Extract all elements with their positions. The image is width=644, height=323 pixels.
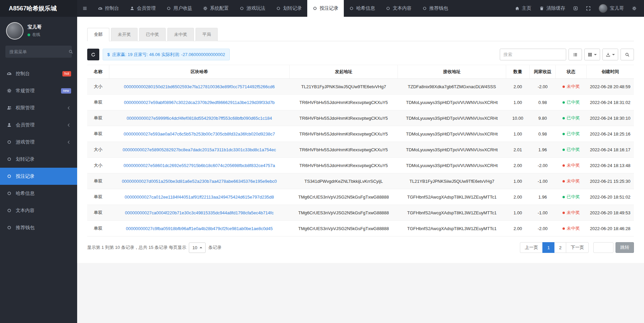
block-hash-link[interactable]: 00000000027e58601dc2692e5527915b6b18c607…: [123, 163, 275, 168]
search-button[interactable]: [621, 49, 634, 60]
status-badge: 未中奖: [562, 84, 580, 90]
sidebar-item-transfer-records[interactable]: 划转记录: [0, 151, 77, 168]
col-status[interactable]: 状态: [556, 65, 586, 79]
sidebar-item-permission-management[interactable]: 权限管理: [0, 99, 77, 116]
block-hash-link[interactable]: 00000000027c9fba05918bfb96aff1e0a4b28b47…: [126, 226, 273, 231]
sidebar-item-bet-records[interactable]: 投注记录: [0, 168, 77, 185]
dashboard-icon: [98, 6, 103, 11]
sidebar-item-member-management[interactable]: 会员管理: [0, 116, 77, 133]
profit-cell: -2.00: [530, 79, 556, 95]
block-hash-link[interactable]: 00000000027e5999f6c4dcf4fef0818d5542920b…: [126, 116, 272, 121]
tab-lost[interactable]: 未中奖: [167, 28, 194, 41]
tab-won[interactable]: 已中奖: [139, 28, 166, 41]
translate-button[interactable]: [569, 0, 582, 17]
page-button-1[interactable]: 1: [542, 242, 554, 253]
settings-button[interactable]: [628, 0, 641, 17]
block-hash-link[interactable]: 00000000027ca012ee1184f44051af91ff22113a…: [124, 195, 274, 200]
col-player-profit[interactable]: 闲家收益: [530, 65, 556, 79]
user-icon: [6, 122, 12, 127]
block-hash-link[interactable]: 00000000027e58905282927bc8ea7dadc2015a73…: [122, 147, 276, 152]
topnav-item-game-play[interactable]: 游戏玩法: [234, 0, 271, 17]
clear-cache-button[interactable]: 清除缓存: [535, 0, 569, 17]
topnav-item-text-content[interactable]: 文本内容: [380, 0, 417, 17]
block-hash-link[interactable]: 00000000027ca0004f220b71e30c3c49815335dc…: [125, 210, 274, 215]
col-created-time[interactable]: 创建时间: [586, 65, 634, 79]
amount-cell: 2.00: [506, 189, 530, 205]
topnav-item-system-config[interactable]: 系统配置: [198, 0, 234, 17]
from-address-cell: TR6HVFbHv5SJdoHnmKtRexsvptwgCKXuY5: [289, 95, 398, 110]
to-address-cell: TGFHbnfS2AwcgXAdspT8KL3W1ZEuyMTTc1: [398, 205, 506, 221]
to-address-cell: TZDFa8nix98Xdka7gb6TZMGxnacDLW4SSS: [398, 79, 506, 95]
sidebar-user-status: 在线: [28, 32, 42, 38]
next-page-button[interactable]: 下一页: [566, 242, 589, 253]
user-menu[interactable]: 宝儿哥: [595, 0, 628, 17]
new-badge: new: [61, 88, 71, 94]
circle-icon: [386, 6, 390, 11]
col-name[interactable]: 名称: [87, 65, 109, 79]
created-time-cell: 2022-06-28 20:48:59: [586, 79, 634, 95]
topnav-item-recommend-wallet[interactable]: 推荐钱包: [417, 0, 453, 17]
col-from-address[interactable]: 发起地址: [289, 65, 398, 79]
status-badge: 未中奖: [562, 210, 580, 216]
tab-all[interactable]: 全部: [87, 28, 109, 41]
menu-search-input[interactable]: [9, 49, 68, 54]
caret-down-icon: [612, 54, 615, 55]
sidebar-item-text-content[interactable]: 文本内容: [0, 202, 77, 219]
col-to-address[interactable]: 接收地址: [398, 65, 506, 79]
block-hash-link[interactable]: 000000000280150d21bd6502593e7fa127810036…: [124, 84, 275, 89]
bet-type-cell: 单双: [87, 173, 109, 189]
sidebar-item-console[interactable]: 控制台 hot: [0, 65, 77, 82]
toggle-view-button[interactable]: [569, 49, 582, 60]
col-amount[interactable]: 数量: [506, 65, 530, 79]
to-address-cell: TDMoLyuuwys3SpHtDTpoVVUWNVUsvXCRHt: [398, 142, 506, 158]
topnav-item-console[interactable]: 控制台: [93, 0, 124, 17]
topnav-item-hash-info[interactable]: 哈希信息: [344, 0, 380, 17]
topnav-item-members[interactable]: 会员管理: [124, 0, 161, 17]
block-hash-link[interactable]: 00000000027e59abf08967c3022dca2370b29edf…: [124, 100, 274, 105]
chevron-left-icon: [66, 123, 71, 127]
tab-draw[interactable]: 平局: [196, 28, 218, 41]
topnav-item-bet-records[interactable]: 投注记录: [307, 0, 344, 17]
topbar-right: 主页 清除缓存 宝儿哥: [511, 0, 644, 17]
topnav-item-transfer-records[interactable]: 划转记录: [271, 0, 307, 17]
sidebar-toggle-button[interactable]: [77, 0, 93, 17]
topnav-label: 哈希信息: [356, 5, 375, 11]
fullscreen-button[interactable]: [582, 0, 595, 17]
created-time-cell: 2022-06-21 15:25:30: [586, 173, 634, 189]
sidebar-item-game-management[interactable]: 游戏管理: [0, 133, 77, 151]
table-row: 大小 00000000027e58905282927bc8ea7dadc2015…: [87, 142, 634, 158]
bet-type-cell: 单双: [87, 221, 109, 236]
gear-icon: [632, 6, 637, 11]
block-hash-cell: 00000000027ca012ee1184f44051af91ff22113a…: [109, 189, 289, 205]
tab-not-drawn[interactable]: 未开奖: [111, 28, 138, 41]
export-button[interactable]: [602, 49, 618, 60]
jump-button[interactable]: 跳转: [615, 242, 634, 253]
table-row: 单双 00000000027e5999f6c4dcf4fef0818d55429…: [87, 110, 634, 126]
brand-logo[interactable]: A8567哈希娱乐城: [0, 0, 77, 17]
page-size-dropdown[interactable]: 10: [189, 243, 206, 253]
jump-page-input[interactable]: [593, 242, 613, 253]
sidebar-item-recommend-wallet[interactable]: 推荐钱包: [0, 219, 77, 236]
block-hash-link[interactable]: 00000000027e593ae0a047c6c5b57b253b00c730…: [124, 131, 275, 137]
block-hash-cell: 00000000027e58601dc2692e5527915b6b18c607…: [109, 158, 289, 173]
sidebar-item-hash-info[interactable]: 哈希信息: [0, 185, 77, 202]
prev-page-button[interactable]: 上一页: [520, 242, 543, 253]
avatar: [6, 22, 23, 40]
records-info-text: 显示第 1 到第 10 条记录，总共 15 条记录 每页显示: [87, 245, 186, 251]
block-hash-cell: 00000000027c9fba05918bfb96aff1e0a4b28b47…: [109, 221, 289, 236]
hamburger-icon: [83, 6, 87, 11]
block-hash-link[interactable]: 00000000027d0051a250be3d81a6e52a230b7aa4…: [122, 179, 277, 184]
table-search-input[interactable]: [500, 49, 566, 60]
page-button-2[interactable]: 2: [554, 242, 566, 253]
home-button[interactable]: 主页: [511, 0, 535, 17]
col-block-hash[interactable]: 区块哈希: [109, 65, 289, 79]
created-time-cell: 2022-06-24 18:31:02: [586, 95, 634, 110]
columns-button[interactable]: [584, 49, 600, 60]
table-row: 单双 00000000027e593ae0a047c6c5b57b253b00c…: [87, 126, 634, 142]
sidebar-item-general-management[interactable]: 常规管理 new: [0, 82, 77, 99]
topnav-label: 会员管理: [137, 5, 156, 11]
refresh-button[interactable]: [87, 49, 99, 60]
from-address-cell: TR6HVFbHv5SJdoHnmKtRexsvptwgCKXuY5: [289, 126, 398, 142]
topnav-label: 游戏玩法: [247, 5, 265, 11]
topnav-item-user-revenue[interactable]: 用户收益: [161, 0, 198, 17]
